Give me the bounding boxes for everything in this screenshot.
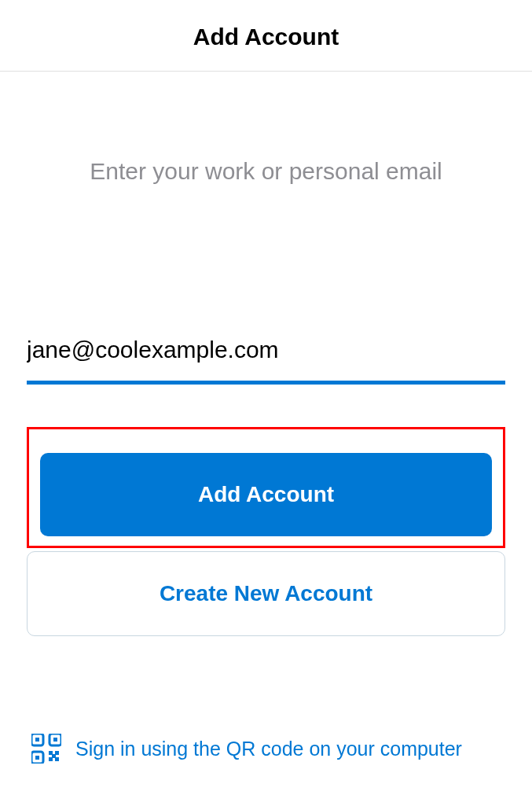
prompt-text: Enter your work or personal email <box>27 158 505 185</box>
content-area: Enter your work or personal email Add Ac… <box>0 158 532 764</box>
page-title: Add Account <box>0 24 532 50</box>
create-new-account-button[interactable]: Create New Account <box>27 551 505 636</box>
svg-rect-3 <box>53 738 57 742</box>
header: Add Account <box>0 0 532 72</box>
highlight-annotation: Add Account <box>27 427 505 548</box>
qr-signin-row: Sign in using the QR code on your comput… <box>27 734 505 764</box>
qr-signin-link[interactable]: Sign in using the QR code on your comput… <box>75 738 462 760</box>
add-account-button[interactable]: Add Account <box>40 453 492 536</box>
email-input[interactable] <box>27 330 505 385</box>
svg-rect-10 <box>52 754 56 758</box>
svg-rect-1 <box>35 738 39 742</box>
svg-rect-5 <box>35 756 39 760</box>
qr-code-icon <box>31 734 61 764</box>
